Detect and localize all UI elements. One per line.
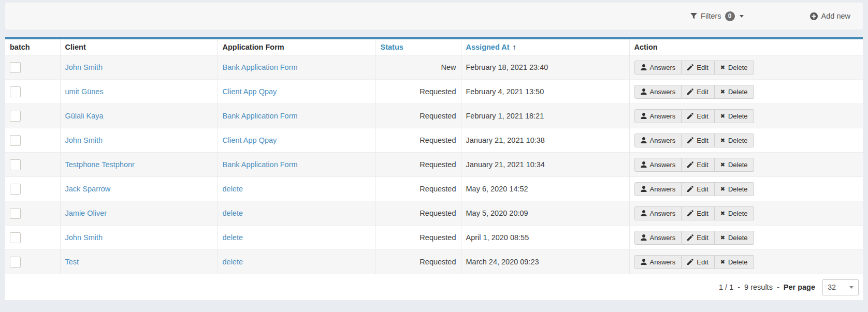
- assigned-at-value: April 1, 2020 08:55: [461, 226, 629, 250]
- answers-button-label: Answers: [650, 186, 676, 192]
- person-icon: [641, 186, 647, 192]
- client-link[interactable]: Gülali Kaya: [65, 112, 104, 120]
- status-value: New: [375, 55, 461, 80]
- edit-button[interactable]: Edit: [682, 158, 714, 172]
- client-link[interactable]: Testphone Testphonr: [65, 160, 135, 169]
- table-panel: batch Client Application Form Status Ass…: [5, 37, 863, 300]
- application-form-cell: Bank Application Form: [218, 153, 375, 177]
- answers-button-label: Answers: [650, 259, 676, 265]
- delete-button[interactable]: ✖ Delete: [715, 255, 754, 269]
- assigned-at-value: May 5, 2020 20:09: [461, 201, 629, 226]
- delete-button[interactable]: ✖ Delete: [715, 133, 754, 147]
- answers-button[interactable]: Answers: [634, 109, 682, 123]
- pencil-icon: [687, 161, 693, 168]
- edit-button[interactable]: Edit: [682, 109, 714, 123]
- action-cell: Answers Edit ✖ Delete: [629, 201, 863, 226]
- column-header-status-sort-link[interactable]: Status: [381, 43, 403, 51]
- plus-circle-icon: [810, 12, 818, 20]
- client-link[interactable]: John Smith: [65, 63, 103, 71]
- row-checkbox[interactable]: [10, 184, 21, 195]
- action-cell: Answers Edit ✖ Delete: [629, 177, 863, 201]
- batch-cell: [5, 226, 60, 250]
- client-link[interactable]: umit Günes: [65, 87, 104, 96]
- delete-button[interactable]: ✖ Delete: [715, 85, 754, 99]
- application-form-cell: Client App Qpay: [218, 128, 375, 153]
- answers-button[interactable]: Answers: [634, 206, 682, 220]
- delete-button[interactable]: ✖ Delete: [715, 206, 754, 220]
- person-icon: [641, 259, 647, 265]
- delete-button[interactable]: ✖ Delete: [715, 158, 754, 172]
- column-header-batch: batch: [5, 39, 60, 55]
- row-action-button-group: Answers Edit ✖ Delete: [634, 133, 754, 147]
- row-checkbox[interactable]: [10, 62, 21, 73]
- client-link[interactable]: John Smith: [65, 136, 103, 144]
- column-header-assigned-at-sort-link[interactable]: Assigned At: [466, 43, 510, 51]
- application-form-cell: delete: [218, 201, 375, 226]
- application-form-link[interactable]: Client App Qpay: [223, 87, 277, 96]
- client-link[interactable]: Jack Sparrow: [65, 185, 111, 193]
- delete-button[interactable]: ✖ Delete: [715, 182, 754, 196]
- x-icon: ✖: [720, 211, 725, 216]
- row-checkbox[interactable]: [10, 111, 21, 122]
- answers-button[interactable]: Answers: [634, 85, 682, 99]
- table-row: Jamie Oliver delete Requested May 5, 202…: [5, 201, 863, 226]
- pencil-icon: [687, 210, 693, 216]
- row-checkbox[interactable]: [10, 257, 21, 268]
- answers-button[interactable]: Answers: [634, 231, 682, 245]
- application-form-link[interactable]: Bank Application Form: [223, 63, 298, 71]
- assigned-at-value: March 24, 2020 09:23: [461, 250, 629, 274]
- delete-button-label: Delete: [728, 64, 748, 71]
- pencil-icon: [687, 88, 693, 95]
- row-checkbox[interactable]: [10, 135, 21, 146]
- edit-button[interactable]: Edit: [682, 182, 714, 196]
- client-cell: John Smith: [60, 128, 218, 153]
- row-action-button-group: Answers Edit ✖ Delete: [634, 85, 754, 99]
- client-link[interactable]: John Smith: [65, 233, 103, 242]
- application-form-link[interactable]: delete: [223, 209, 243, 217]
- assigned-at-value: February 18, 2021 23:40: [461, 55, 629, 80]
- row-checkbox[interactable]: [10, 86, 21, 97]
- row-action-button-group: Answers Edit ✖ Delete: [634, 206, 754, 220]
- action-cell: Answers Edit ✖ Delete: [629, 226, 863, 250]
- row-checkbox[interactable]: [10, 232, 21, 243]
- add-new-label: Add new: [821, 12, 850, 20]
- client-cell: John Smith: [60, 55, 218, 80]
- application-form-link[interactable]: delete: [223, 233, 243, 242]
- application-form-link[interactable]: Bank Application Form: [223, 112, 298, 120]
- edit-button[interactable]: Edit: [682, 255, 714, 269]
- answers-button[interactable]: Answers: [634, 133, 682, 147]
- answers-button[interactable]: Answers: [634, 255, 682, 269]
- row-checkbox[interactable]: [10, 208, 21, 219]
- row-checkbox[interactable]: [10, 159, 21, 170]
- answers-button[interactable]: Answers: [634, 182, 682, 196]
- edit-button[interactable]: Edit: [682, 133, 714, 147]
- edit-button[interactable]: Edit: [682, 61, 714, 75]
- application-form-link[interactable]: delete: [223, 185, 243, 193]
- client-link[interactable]: Test: [65, 258, 79, 266]
- application-form-link[interactable]: delete: [223, 258, 243, 266]
- delete-button[interactable]: ✖ Delete: [715, 61, 754, 75]
- application-form-cell: delete: [218, 226, 375, 250]
- edit-button[interactable]: Edit: [682, 206, 714, 220]
- delete-button[interactable]: ✖ Delete: [715, 231, 754, 245]
- edit-button[interactable]: Edit: [682, 85, 714, 99]
- edit-button[interactable]: Edit: [682, 231, 714, 245]
- row-action-button-group: Answers Edit ✖ Delete: [634, 61, 754, 75]
- application-form-cell: delete: [218, 250, 375, 274]
- add-new-button[interactable]: Add new: [810, 12, 850, 20]
- assigned-at-value: February 1, 2021 18:21: [461, 104, 629, 128]
- client-link[interactable]: Jamie Oliver: [65, 209, 107, 217]
- answers-button[interactable]: Answers: [634, 158, 682, 172]
- per-page-select[interactable]: 32: [822, 279, 859, 295]
- answers-button[interactable]: Answers: [634, 61, 682, 75]
- status-value: Requested: [375, 226, 461, 250]
- application-form-link[interactable]: Bank Application Form: [223, 160, 298, 169]
- application-form-cell: delete: [218, 177, 375, 201]
- delete-button[interactable]: ✖ Delete: [715, 109, 754, 123]
- edit-button-label: Edit: [697, 259, 708, 265]
- application-form-link[interactable]: Client App Qpay: [223, 136, 277, 144]
- x-icon: ✖: [720, 65, 725, 70]
- batch-cell: [5, 177, 60, 201]
- edit-button-label: Edit: [697, 137, 708, 144]
- filters-dropdown-button[interactable]: Filters 0: [690, 11, 743, 21]
